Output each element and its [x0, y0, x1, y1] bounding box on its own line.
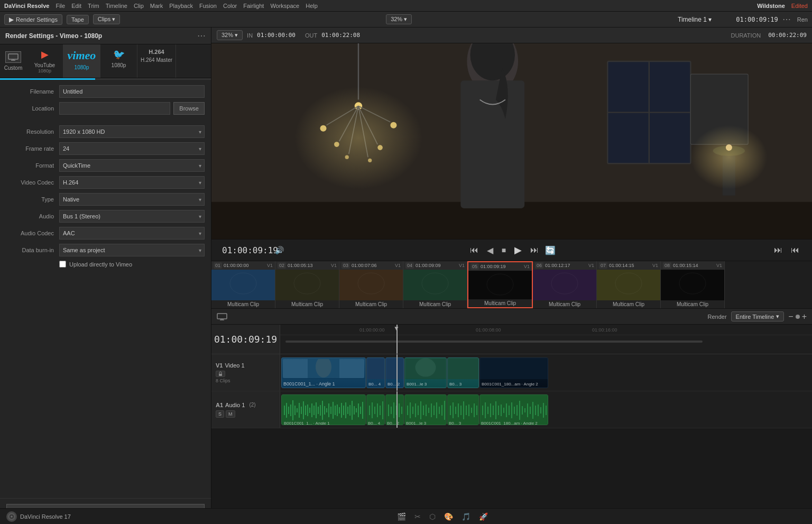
go-to-start-button[interactable]: ⏮ [468, 243, 481, 257]
audio-clip-a1-3[interactable]: B0... 2 [385, 394, 404, 425]
play-button[interactable]: ▶ [512, 242, 524, 258]
render-dropdown[interactable]: Entire Timeline ▾ [731, 311, 785, 321]
go-to-end-button[interactable]: ⏭ [528, 243, 541, 257]
clip-track: V1 [331, 263, 337, 268]
audiocodec-select[interactable]: AAC PCM [59, 227, 205, 240]
audio-select[interactable]: Bus 1 (Stereo) Bus 2 (Stereo) [59, 210, 205, 223]
fairlight-icon[interactable]: 🎵 [462, 512, 470, 521]
type-select[interactable]: Native Constrained [59, 193, 205, 206]
tl-clip-v1-5[interactable]: B0... 3 [447, 357, 479, 388]
menu-item-clip[interactable]: Clip [134, 3, 144, 9]
clip-thumb-v1-2 [367, 358, 384, 379]
audio-clip-a1-2[interactable]: B0... 4 [366, 394, 385, 425]
panel-title: Render Settings - Vimeo - 1080p [5, 32, 102, 40]
browse-button[interactable]: Browse [173, 102, 205, 115]
audio-clip-a1-4[interactable]: B001...le 3 [404, 394, 447, 425]
tl-clip-v1-6[interactable]: B001C001_180...am · Angle 2 [479, 357, 548, 388]
upload-vimeo-checkbox[interactable] [59, 261, 66, 268]
clip-strip-item-07[interactable]: 07 01:00:14:15 V1 Multicam Clip [597, 261, 661, 308]
media-icon[interactable]: 🎬 [397, 512, 406, 521]
menu-item-file[interactable]: File [56, 3, 65, 9]
menu-item-fairlight[interactable]: Fairlight [243, 3, 264, 9]
filename-input[interactable] [59, 85, 205, 98]
track-mute-button[interactable]: M [226, 410, 235, 418]
playhead-marker: ▼ [393, 325, 400, 332]
format-label: Format [6, 162, 54, 169]
in-label: IN [247, 32, 253, 39]
stop-button[interactable]: ■ [500, 244, 508, 256]
framerate-select[interactable]: 24 25 29.97 30 [59, 142, 205, 155]
tl-clip-label-v1-6: B001C001_180...am · Angle 2 [482, 382, 538, 387]
audio-clip-a1-1[interactable]: B001C001_1... · Angle 1 [281, 394, 366, 425]
clip-header: 03 01:00:07:06 V1 [339, 261, 403, 270]
menu-item-resolve[interactable]: DaVinci Resolve [4, 3, 49, 9]
menu-item-trim[interactable]: Trim [88, 3, 99, 9]
tl-clip-v1-4[interactable]: B001...le 3 [404, 357, 447, 388]
menu-item-fusion[interactable]: Fusion [199, 3, 217, 9]
fusion-icon[interactable]: ⬡ [429, 512, 436, 521]
menu-item-color[interactable]: Color [223, 3, 237, 9]
clip-thumbnail [275, 270, 339, 300]
tl-clip-v1-1[interactable]: B001C001_1... · Angle 1 [281, 357, 366, 388]
clip-thumb-v1-3 [386, 358, 403, 379]
clip-strip-item-08[interactable]: 08 01:00:15:14 V1 Multicam Clip [661, 261, 725, 308]
zoom-button[interactable]: 32% ▾ [386, 14, 412, 24]
filename-label: Filename [6, 88, 54, 95]
volume-icon[interactable]: 🔊 [275, 246, 284, 254]
clip-label: Multicam Clip [468, 299, 532, 307]
clip-strip-item-04[interactable]: 04 01:00:09:09 V1 Multicam Clip [403, 261, 467, 308]
preset-custom[interactable]: Custom [0, 44, 26, 78]
render-settings-button[interactable]: ▶ Render Settings [4, 14, 62, 25]
clip-header: 02 01:00:05:13 V1 [275, 261, 339, 270]
toolbar-more-btn[interactable]: ⋯ [782, 14, 791, 24]
location-input[interactable] [59, 102, 170, 115]
tl-clip-v1-3[interactable]: B0... 2 [385, 357, 404, 388]
preset-youtube[interactable]: ▶ YouTube 1080p [26, 44, 63, 78]
ruler-time-3: 01:00:16:00 [592, 327, 617, 333]
format-select[interactable]: QuickTime MP4 MXF [59, 159, 205, 172]
menu-item-help[interactable]: Help [306, 3, 318, 9]
clip-strip-item-03[interactable]: 03 01:00:07:06 V1 Multicam Clip [339, 261, 403, 308]
frame-forward-button[interactable]: ⏭ [772, 243, 785, 257]
viewer-zoom-button[interactable]: 32% ▾ [217, 30, 243, 40]
clip-strip-item-01[interactable]: 01 01:00:00:00 V1 Multicam Clip [211, 261, 275, 308]
clip-thumbnail [211, 270, 275, 300]
tl-clip-v1-2[interactable]: B0... 4 [366, 357, 385, 388]
clip-strip-item-06[interactable]: 06 01:00:12:17 V1 Multicam Clip [533, 261, 597, 308]
resolution-select[interactable]: 1920 x 1080 HD 3840 x 2160 UHD 1280 x 72… [59, 125, 205, 138]
tape-button[interactable]: Tape [67, 15, 89, 24]
clip-label: Multicam Clip [403, 300, 467, 308]
clip-track: V1 [395, 263, 401, 268]
preset-h264[interactable]: H.264 H.264 Master [137, 44, 176, 78]
step-back-button[interactable]: ◀ [485, 243, 495, 258]
menu-item-mark[interactable]: Mark [150, 3, 163, 9]
loop-button[interactable]: 🔄 [545, 245, 556, 255]
menu-item-workspace[interactable]: Workspace [270, 3, 299, 9]
edit-icon[interactable]: ✂ [414, 512, 421, 521]
audio-clip-a1-6[interactable]: B001C001_180...am · Angle 2 [479, 394, 548, 425]
scrollbar-thumb[interactable] [285, 341, 703, 343]
menu-item-timeline[interactable]: Timeline [106, 3, 127, 9]
zoom-out-button[interactable]: − [788, 312, 793, 321]
preset-vimeo[interactable]: vimeo 1080p [63, 44, 100, 78]
deliver-icon[interactable]: 🚀 [479, 512, 488, 521]
monitor-icon-btn[interactable] [217, 313, 227, 320]
panel-menu-button[interactable]: ⋯ [197, 31, 206, 41]
color-icon[interactable]: 🎨 [444, 512, 453, 521]
main-timecode: 01:00:09:19 [214, 334, 277, 345]
preset-twitter[interactable]: 🐦 1080p [100, 44, 137, 78]
clip-strip-item-05[interactable]: 05 01:00:09:19 V1 Multicam Clip [467, 261, 533, 308]
burnin-select[interactable]: Same as project None Custom [59, 244, 205, 256]
frame-back-button[interactable]: ⏮ [789, 243, 801, 257]
zoom-in-button[interactable]: + [802, 312, 807, 321]
svg-point-171 [11, 516, 13, 518]
clip-strip-item-02[interactable]: 02 01:00:05:13 V1 Multicam Clip [275, 261, 339, 308]
menu-item-edit[interactable]: Edit [71, 3, 81, 9]
clips-button[interactable]: Clips ▾ [93, 14, 121, 24]
audio-clip-a1-5[interactable]: B0... 3 [447, 394, 479, 425]
menu-item-playback[interactable]: Playback [169, 3, 193, 9]
zoom-slider-thumb[interactable] [796, 315, 800, 319]
videocodec-select[interactable]: H.264 H.265 ProRes 422 [59, 176, 205, 189]
track-lock-icon[interactable] [216, 371, 225, 377]
track-solo-button[interactable]: S [216, 410, 224, 418]
